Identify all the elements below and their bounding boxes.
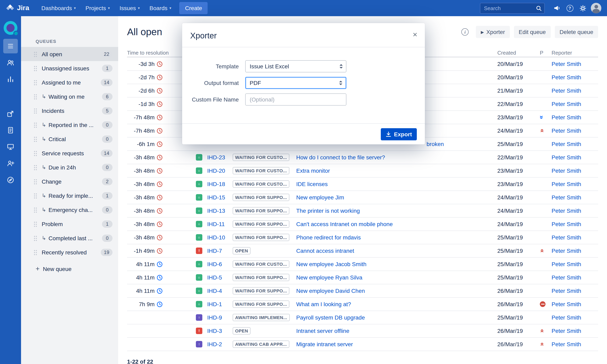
issue-summary-link[interactable]: The printer is not working: [296, 208, 497, 214]
drag-handle-icon[interactable]: [34, 80, 37, 85]
queue-list-item[interactable]: ↳ Emergency cha... 0: [21, 203, 118, 217]
issue-summary-link[interactable]: New employee Ryan Silva: [296, 274, 497, 281]
issue-key-link[interactable]: IHD-6: [207, 261, 222, 267]
reporter-link[interactable]: Peter Smith: [552, 261, 581, 267]
reporter-link[interactable]: Peter Smith: [552, 194, 581, 201]
queues-rail-icon[interactable]: [3, 39, 18, 53]
issue-key-link[interactable]: IHD-23: [207, 154, 225, 161]
issue-summary-link[interactable]: New employee Jacob Smith: [296, 261, 497, 267]
template-select[interactable]: Issue List Excel: [245, 60, 346, 72]
queue-list-item[interactable]: ↳ Waiting on me 6: [21, 89, 118, 104]
customers-rail-icon[interactable]: [3, 55, 18, 70]
articles-rail-icon[interactable]: [3, 123, 18, 138]
queue-list-item[interactable]: ↳ Recently resolved 19: [21, 245, 118, 259]
reporter-link[interactable]: Peter Smith: [552, 247, 581, 254]
reporter-link[interactable]: Peter Smith: [552, 101, 581, 107]
nav-menu-item[interactable]: Boards ▾: [145, 0, 176, 16]
info-icon[interactable]: i: [461, 28, 469, 36]
announcements-icon[interactable]: [550, 2, 563, 14]
issue-key-link[interactable]: IHD-9: [207, 314, 222, 321]
issue-key-link[interactable]: IHD-4: [207, 287, 222, 294]
queue-list-item[interactable]: ↳ All open 22: [21, 47, 118, 61]
reporter-link[interactable]: Peter Smith: [552, 127, 581, 134]
settings-gear-icon[interactable]: [576, 2, 589, 14]
export-button[interactable]: Export: [381, 128, 417, 140]
queue-list-item[interactable]: ↳ Critical 0: [21, 132, 118, 146]
nav-menu-item[interactable]: Issues ▾: [115, 0, 145, 16]
raise-request-rail-icon[interactable]: [3, 106, 18, 121]
drag-handle-icon[interactable]: [34, 136, 37, 142]
issue-summary-link[interactable]: Can't access Intranet on mobile phone: [296, 221, 497, 227]
issue-key-link[interactable]: IHD-18: [207, 181, 225, 187]
reporter-link[interactable]: Peter Smith: [552, 208, 581, 214]
nav-menu-item[interactable]: Projects ▾: [81, 0, 115, 16]
issue-summary-link[interactable]: Cannot access intranet: [296, 247, 497, 254]
issue-summary-link[interactable]: IDE licenses: [296, 181, 497, 187]
issue-key-link[interactable]: IHD-15: [207, 194, 225, 201]
output-format-select[interactable]: PDF: [245, 77, 346, 89]
issue-summary-link[interactable]: New employee Jim: [296, 194, 497, 201]
queue-list-item[interactable]: ↳ Due in 24h 0: [21, 160, 118, 174]
drag-handle-icon[interactable]: [34, 94, 37, 100]
issue-summary-link[interactable]: What am I looking at?: [296, 301, 497, 307]
reporter-link[interactable]: Peter Smith: [552, 114, 581, 120]
reporter-link[interactable]: Peter Smith: [552, 61, 581, 67]
issue-summary-link[interactable]: Phone redirect for mdavis: [296, 234, 497, 241]
issue-summary-link[interactable]: Payroll system DB upgrade: [296, 314, 497, 321]
issue-summary-link[interactable]: New employee David Chen: [296, 287, 497, 294]
reporter-link[interactable]: Peter Smith: [552, 168, 581, 174]
reporter-link[interactable]: Peter Smith: [552, 154, 581, 161]
drag-handle-icon[interactable]: [34, 221, 37, 227]
drag-handle-icon[interactable]: [34, 51, 37, 57]
queue-list-item[interactable]: ↳ Change 2: [21, 174, 118, 188]
delete-queue-button[interactable]: Delete queue: [554, 26, 598, 38]
drag-handle-icon[interactable]: [34, 122, 37, 128]
reporter-link[interactable]: Peter Smith: [552, 234, 581, 241]
drag-handle-icon[interactable]: [34, 235, 37, 241]
issue-summary-link[interactable]: Extra monitor: [296, 168, 497, 174]
close-icon[interactable]: ✕: [412, 31, 418, 39]
issue-summary-link[interactable]: Intranet server offline: [296, 328, 497, 334]
queue-list-item[interactable]: ↳ Service requests 14: [21, 146, 118, 160]
edit-queue-button[interactable]: Edit queue: [514, 26, 551, 38]
reporter-link[interactable]: Peter Smith: [552, 141, 581, 147]
queue-list-item[interactable]: ↳ Ready for imple... 1: [21, 188, 118, 203]
issue-key-link[interactable]: IHD-13: [207, 208, 225, 214]
reporter-link[interactable]: Peter Smith: [552, 221, 581, 227]
project-avatar[interactable]: [4, 21, 17, 35]
drag-handle-icon[interactable]: [34, 150, 37, 156]
search-input[interactable]: [480, 3, 545, 13]
issue-summary-link[interactable]: How do I connect to the file server?: [296, 154, 497, 161]
issue-key-link[interactable]: IHD-1: [207, 301, 222, 307]
drag-handle-icon[interactable]: [34, 193, 37, 199]
jira-logo[interactable]: Jira: [6, 4, 29, 13]
issue-key-link[interactable]: IHD-3: [207, 328, 222, 334]
reporter-link[interactable]: Peter Smith: [552, 328, 581, 334]
queue-list-item[interactable]: ↳ Assigned to me 14: [21, 75, 118, 89]
queue-list-item[interactable]: ↳ Unassigned issues 1: [21, 61, 118, 75]
xporter-button[interactable]: ▶ Xporter: [476, 26, 510, 38]
create-button[interactable]: Create: [179, 2, 208, 14]
drag-handle-icon[interactable]: [34, 65, 37, 71]
queue-list-item[interactable]: ↳ Reported in the ... 0: [21, 118, 118, 132]
reporter-link[interactable]: Peter Smith: [552, 287, 581, 294]
drag-handle-icon[interactable]: [34, 249, 37, 255]
reports-rail-icon[interactable]: [3, 72, 18, 87]
invite-team-rail-icon[interactable]: [3, 156, 18, 171]
reporter-link[interactable]: Peter Smith: [552, 301, 581, 307]
issue-key-link[interactable]: IHD-11: [207, 221, 225, 227]
drag-handle-icon[interactable]: [34, 207, 37, 213]
reporter-link[interactable]: Peter Smith: [552, 181, 581, 187]
issue-key-link[interactable]: IHD-20: [207, 168, 225, 174]
user-avatar[interactable]: [591, 3, 601, 13]
channels-rail-icon[interactable]: [3, 140, 18, 154]
new-queue-button[interactable]: + New queue: [36, 265, 118, 273]
queue-list-item[interactable]: ↳ Incidents 5: [21, 104, 118, 118]
queue-list-item[interactable]: ↳ Problem 1: [21, 217, 118, 231]
nav-menu-item[interactable]: Dashboards ▾: [37, 0, 81, 16]
reporter-link[interactable]: Peter Smith: [552, 341, 581, 347]
issue-key-link[interactable]: IHD-10: [207, 234, 225, 241]
reporter-link[interactable]: Peter Smith: [552, 314, 581, 321]
queue-list-item[interactable]: ↳ Completed last ... 0: [21, 231, 118, 245]
search-icon[interactable]: [536, 5, 542, 11]
